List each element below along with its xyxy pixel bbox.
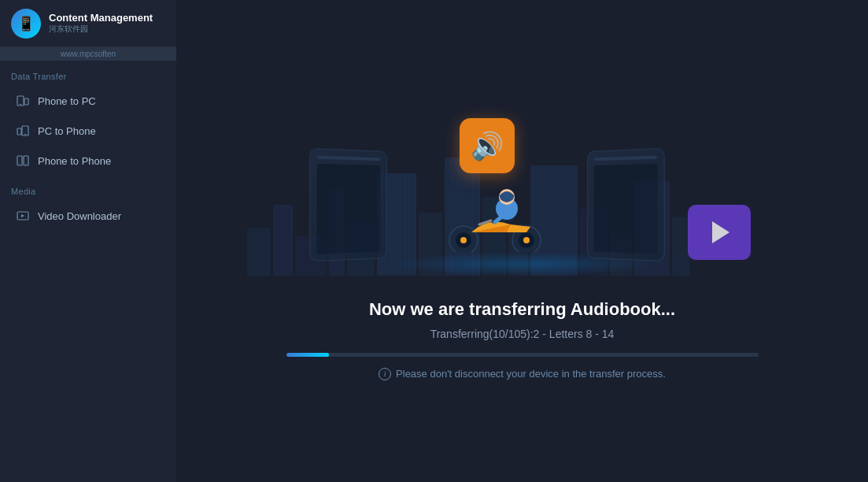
illustration-area: 🔊	[176, 102, 868, 276]
progress-track	[286, 353, 759, 357]
audiobook-icon: 🔊	[460, 118, 515, 173]
svg-point-13	[460, 237, 467, 243]
app-name: Content Management	[49, 12, 153, 24]
app-logo: 📱	[11, 9, 41, 39]
warning-text: Please don't disconnect your device in t…	[396, 368, 666, 380]
sidebar-item-pc-to-phone[interactable]: PC to Phone	[5, 117, 172, 145]
phone-to-phone-label: Phone to Phone	[38, 155, 111, 167]
sidebar: 📱 Content Management 河东软件园 www.mpcsoften…	[0, 0, 176, 482]
svg-point-16	[523, 237, 530, 243]
svg-rect-3	[17, 128, 21, 135]
header-text: Content Management 河东软件园	[49, 12, 153, 35]
data-transfer-section-label: Data Transfer	[0, 61, 176, 86]
play-icon	[712, 221, 729, 243]
sidebar-item-video-downloader[interactable]: Video Downloader	[5, 202, 172, 230]
pc-to-phone-label: PC to Phone	[38, 125, 96, 137]
status-subtitle: Transferring(10/105):2 - Letters 8 - 14	[430, 328, 615, 340]
pc-to-phone-icon	[16, 124, 30, 138]
right-phone-card	[587, 147, 665, 261]
status-title: Now we are transferring Audiobook...	[369, 299, 675, 320]
main-content: 🔊	[176, 0, 868, 482]
info-icon: i	[379, 368, 391, 380]
scooter-scene: 🔊	[294, 118, 751, 260]
sidebar-item-phone-to-phone[interactable]: Phone to Phone	[5, 146, 172, 175]
sidebar-header: 📱 Content Management 河东软件园	[0, 0, 176, 47]
play-button-card[interactable]	[688, 205, 751, 260]
scooter-illustration	[416, 173, 558, 252]
watermark: www.mpcsoften	[0, 47, 176, 61]
app-subtitle: 河东软件园	[49, 24, 153, 35]
sidebar-item-phone-to-pc[interactable]: Phone to PC	[5, 87, 172, 115]
phone-to-pc-label: Phone to PC	[38, 95, 96, 107]
progress-container	[286, 353, 759, 357]
warning-area: i Please don't disconnect your device in…	[379, 368, 666, 380]
video-downloader-label: Video Downloader	[38, 210, 121, 222]
phone-to-pc-icon	[16, 94, 30, 108]
phone-to-phone-icon	[16, 154, 30, 168]
audiobook-section: 🔊	[416, 118, 558, 260]
progress-fill	[286, 353, 329, 357]
video-downloader-icon	[16, 209, 30, 223]
media-section-label: Media	[0, 176, 176, 201]
svg-rect-1	[24, 98, 28, 105]
left-phone-card	[309, 147, 387, 261]
